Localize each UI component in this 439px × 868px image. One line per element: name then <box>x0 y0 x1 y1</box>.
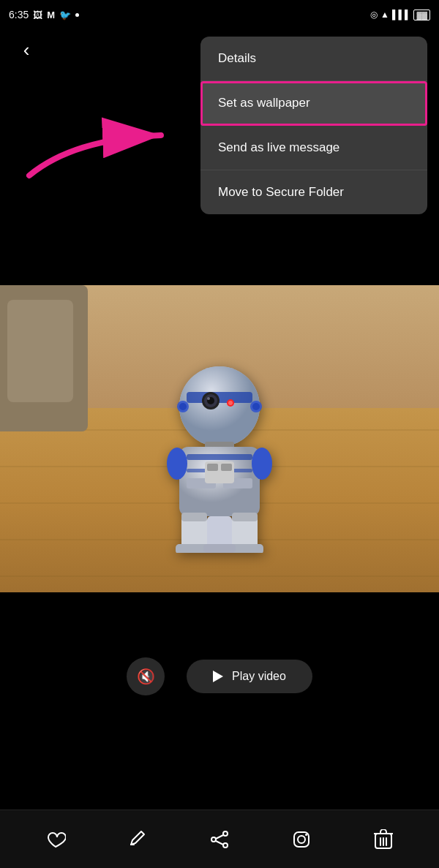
twitter-notification-icon: 🐦 <box>59 10 71 20</box>
play-triangle-icon <box>213 671 223 682</box>
r2d2-robot <box>146 348 293 556</box>
back-button[interactable]: ‹ <box>12 35 41 64</box>
menu-item-move-secure-folder[interactable]: Move to Secure Folder <box>200 170 427 214</box>
svg-point-16 <box>179 403 187 410</box>
media-controls: 🔇 Play video <box>0 592 439 761</box>
menu-item-details[interactable]: Details <box>200 37 427 81</box>
svg-point-38 <box>223 831 228 836</box>
signal-icon: ▌▌▌ <box>392 10 411 20</box>
edit-button[interactable] <box>120 822 155 857</box>
svg-point-7 <box>179 366 260 447</box>
svg-point-18 <box>252 403 260 410</box>
time: 6:35 <box>9 9 29 20</box>
mute-icon: 🔇 <box>137 668 155 685</box>
wifi-icon: ▲ <box>380 10 389 20</box>
svg-point-40 <box>223 843 228 848</box>
svg-point-45 <box>305 834 307 836</box>
mute-button[interactable]: 🔇 <box>127 657 165 695</box>
instagram-button[interactable] <box>284 822 319 857</box>
svg-line-42 <box>216 841 223 845</box>
bottom-navigation <box>0 809 439 868</box>
menu-item-set-wallpaper[interactable]: Set as wallpaper <box>200 81 427 126</box>
nfc-icon: ◎ <box>370 10 378 20</box>
share-button[interactable] <box>202 822 237 857</box>
photo-notification-icon: 🖼 <box>33 10 42 20</box>
gmail-notification-icon: M <box>47 10 55 20</box>
system-icons: ◎ ▲ ▌▌▌ ▓▓ <box>370 10 430 20</box>
status-bar: 6:35 🖼 M 🐦 ◎ ▲ ▌▌▌ ▓▓ <box>0 0 439 29</box>
svg-point-37 <box>252 448 272 480</box>
battery-icon: ▓▓ <box>413 10 430 20</box>
context-menu: Details Set as wallpaper Send as live me… <box>200 37 427 214</box>
svg-point-14 <box>228 401 233 405</box>
pink-arrow-indicator <box>15 95 190 183</box>
couch <box>0 285 88 431</box>
svg-line-41 <box>216 835 223 839</box>
svg-rect-29 <box>181 513 207 521</box>
svg-point-39 <box>211 837 216 842</box>
back-arrow-icon: ‹ <box>23 39 30 61</box>
dot-icon <box>75 13 79 17</box>
couch-cushion <box>7 300 73 402</box>
playback-row: 🔇 Play video <box>127 657 312 695</box>
play-label: Play video <box>232 670 286 683</box>
delete-button[interactable] <box>366 822 401 857</box>
svg-rect-26 <box>207 464 218 471</box>
menu-item-send-live-message[interactable]: Send as live message <box>200 126 427 170</box>
favorite-button[interactable] <box>38 822 73 857</box>
media-image <box>0 285 439 592</box>
svg-rect-21 <box>187 454 252 460</box>
svg-rect-8 <box>187 392 252 403</box>
play-video-button[interactable]: Play video <box>187 660 312 693</box>
status-left: 6:35 🖼 M 🐦 <box>9 9 79 20</box>
svg-rect-35 <box>203 544 236 553</box>
svg-point-12 <box>207 397 210 400</box>
svg-point-36 <box>167 448 187 480</box>
svg-rect-27 <box>221 464 232 471</box>
svg-rect-31 <box>232 513 258 521</box>
svg-point-44 <box>298 836 305 843</box>
